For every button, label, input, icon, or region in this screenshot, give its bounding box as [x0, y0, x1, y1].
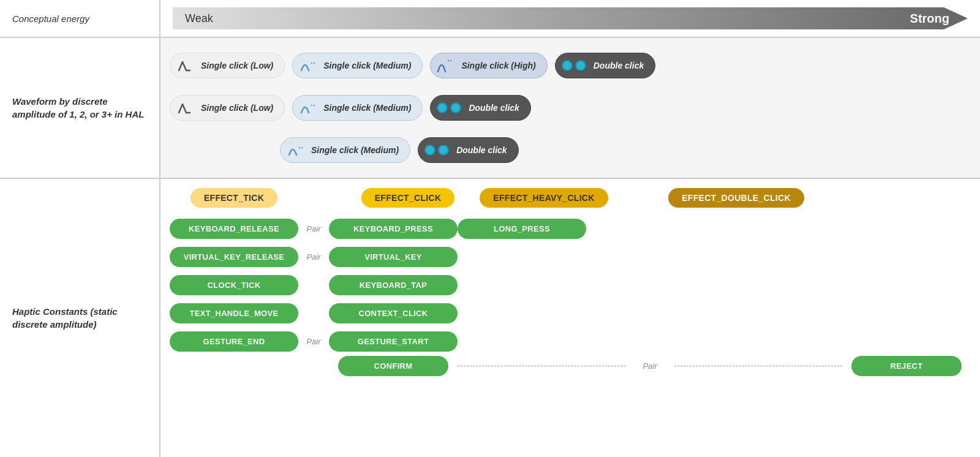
text-handle-move-btn[interactable]: TEXT_HANDLE_MOVE	[170, 303, 298, 323]
confirm-btn[interactable]: CONFIRM	[338, 356, 448, 376]
dot-3	[437, 102, 448, 113]
double-click-icon-2	[437, 99, 464, 116]
effect-badges-row: EFFECT_TICK EFFECT_CLICK EFFECT_HEAVY_CL…	[170, 188, 971, 208]
waveform-row-3: Single click (Medium) Double click	[170, 137, 971, 163]
waveform-label: Waveform by discrete amplitude of 1, 2, …	[0, 37, 159, 178]
waveform-pill-double-1: Double click	[555, 53, 655, 78]
haptic-rows: KEYBOARD_RELEASE Pair KEYBOARD_PRESS LON…	[170, 217, 971, 352]
confirm-btn-wrap: CONFIRM	[329, 356, 458, 376]
gesture-start-btn[interactable]: GESTURE_START	[329, 331, 458, 352]
waveform-row-1: Single click (Low) Single click (Medium)…	[170, 53, 971, 78]
waveform-section: Single click (Low) Single click (Medium)…	[160, 37, 980, 178]
effect-click-badge: EFFECT_CLICK	[361, 188, 455, 208]
dot-4	[450, 102, 461, 113]
waveform-row-2: Single click (Low) Single click (Medium)…	[170, 95, 971, 121]
spectrum-weak-label: Weak	[185, 12, 213, 25]
haptic-row-2: VIRTUAL_KEY_RELEASE Pair VIRTUAL_KEY	[170, 246, 971, 268]
effect-tick-badge: EFFECT_TICK	[190, 188, 277, 208]
gesture-end-btn[interactable]: GESTURE_END	[170, 331, 298, 352]
waveform-pill-high-1: Single click (High)	[430, 53, 547, 78]
confirm-pair-label: Pair	[625, 361, 674, 371]
haptic-row-5: GESTURE_END Pair GESTURE_START	[170, 330, 971, 352]
double-click-icon-1	[562, 57, 589, 74]
context-click-btn[interactable]: CONTEXT_CLICK	[329, 303, 458, 323]
col1-1: KEYBOARD_RELEASE	[170, 219, 298, 239]
dot-2	[575, 60, 586, 71]
haptic-row-3: CLOCK_TICK KEYBOARD_TAP	[170, 274, 971, 296]
haptic-row-1: KEYBOARD_RELEASE Pair KEYBOARD_PRESS LON…	[170, 217, 971, 240]
waveform-pill-medium-1: Single click (Medium)	[292, 53, 423, 78]
effect-double-click-badge: EFFECT_DOUBLE_CLICK	[668, 188, 804, 208]
waveform-pill-low-1: Single click (Low)	[170, 53, 285, 78]
keyboard-press-btn[interactable]: KEYBOARD_PRESS	[329, 219, 458, 239]
waveform-pill-medium-2: Single click (Medium)	[292, 95, 423, 121]
content-column: Weak Strong Single click (Low)	[159, 0, 980, 457]
label-column: Conceptual energy Waveform by discrete a…	[0, 0, 159, 457]
col3-1: LONG_PRESS	[458, 219, 586, 239]
dot-5	[424, 145, 435, 156]
wave-low-icon-2	[176, 99, 196, 116]
col2-2: VIRTUAL_KEY	[329, 247, 458, 267]
keyboard-tap-btn[interactable]: KEYBOARD_TAP	[329, 275, 458, 295]
long-press-btn[interactable]: LONG_PRESS	[458, 219, 586, 239]
spectrum-strong-label: Strong	[910, 12, 949, 26]
wave-high-icon	[437, 57, 456, 74]
effect-heavy-click-badge: EFFECT_HEAVY_CLICK	[480, 188, 608, 208]
pair-label-2: Pair	[298, 252, 329, 262]
confirm-dashed-line	[458, 366, 625, 366]
conceptual-energy-label: Conceptual energy	[0, 0, 159, 37]
col2-1: KEYBOARD_PRESS	[329, 219, 458, 239]
confirm-dashed-line-2	[674, 366, 842, 366]
col1-5: GESTURE_END	[170, 331, 298, 352]
waveform-pill-double-2: Double click	[430, 95, 530, 121]
wave-medium-icon-2	[299, 99, 318, 116]
dot-1	[562, 60, 573, 71]
double-click-icon-3	[424, 142, 451, 159]
col2-3: KEYBOARD_TAP	[329, 275, 458, 295]
clock-tick-btn[interactable]: CLOCK_TICK	[170, 275, 298, 295]
wave-low-icon	[176, 57, 196, 74]
confirm-reject-row: CONFIRM Pair REJECT	[170, 356, 971, 376]
haptic-section: EFFECT_TICK EFFECT_CLICK EFFECT_HEAVY_CL…	[160, 178, 980, 457]
wave-medium-icon-3	[287, 142, 306, 159]
col1-4: TEXT_HANDLE_MOVE	[170, 303, 298, 323]
waveform-pill-double-3: Double click	[418, 137, 518, 163]
waveform-pill-medium-3: Single click (Medium)	[280, 137, 410, 163]
main-container: Conceptual energy Waveform by discrete a…	[0, 0, 980, 457]
spectrum-row: Weak Strong	[160, 0, 980, 37]
haptic-label: Haptic Constants (static discrete amplit…	[0, 178, 159, 457]
virtual-key-btn[interactable]: VIRTUAL_KEY	[329, 247, 458, 267]
dot-6	[438, 145, 449, 156]
reject-btn-wrap: REJECT	[842, 356, 971, 376]
keyboard-release-btn[interactable]: KEYBOARD_RELEASE	[170, 219, 298, 239]
col2-5: GESTURE_START	[329, 331, 458, 352]
pair-label-5: Pair	[298, 337, 329, 346]
col2-4: CONTEXT_CLICK	[329, 303, 458, 323]
spectrum-bar: Weak Strong	[173, 7, 968, 29]
haptic-row-4: TEXT_HANDLE_MOVE CONTEXT_CLICK	[170, 302, 971, 324]
waveform-pill-low-2: Single click (Low)	[170, 95, 285, 121]
virtual-key-release-btn[interactable]: VIRTUAL_KEY_RELEASE	[170, 247, 298, 267]
col1-2: VIRTUAL_KEY_RELEASE	[170, 247, 298, 267]
pair-label-1: Pair	[298, 224, 329, 233]
wave-medium-icon	[299, 57, 318, 74]
reject-btn[interactable]: REJECT	[851, 356, 962, 376]
col1-3: CLOCK_TICK	[170, 275, 298, 295]
